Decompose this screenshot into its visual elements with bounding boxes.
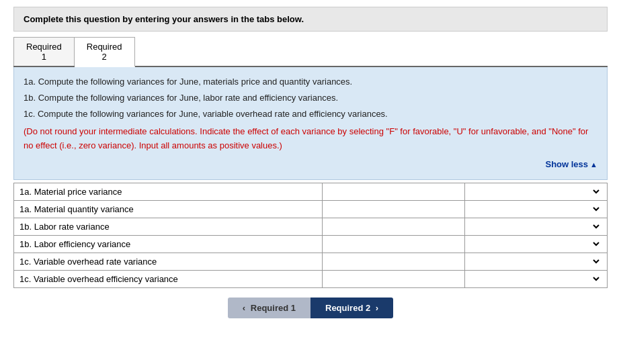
table-row: 1c. Variable overhead rate variance F U … [14,253,608,270]
show-less-button[interactable]: Show less ▲ [24,155,597,175]
input-cell-4[interactable] [323,235,465,253]
effect-select-1[interactable]: F U None [470,186,602,197]
prev-chevron-icon: ‹ [243,303,245,313]
next-button[interactable]: Required 2 › [310,298,393,318]
instruction-text: Complete this question by entering your … [24,14,304,24]
instruction-banner: Complete this question by entering your … [13,7,608,32]
effect-select-2[interactable]: F U None [470,203,602,215]
amount-input-3[interactable] [328,221,459,232]
input-cell-2[interactable] [323,200,465,218]
effect-select-4[interactable]: F U None [470,238,602,250]
amount-input-4[interactable] [328,238,459,250]
dropdown-cell-3[interactable]: F U None [465,218,608,235]
tab-required1-line2: 1 [42,52,46,62]
bottom-navigation: ‹ Required 1 Required 2 › [13,298,608,318]
page-wrapper: Complete this question by entering your … [0,0,621,364]
tab-required2[interactable]: Required 2 [75,37,135,67]
effect-select-6[interactable]: F U None [470,273,602,285]
dropdown-cell-2[interactable]: F U None [465,200,608,218]
tabs-row: Required 1 Required 2 [13,37,608,67]
prev-button-label: Required 1 [251,303,296,313]
amount-input-6[interactable] [328,273,459,285]
row-label-2: 1a. Material quantity variance [14,200,323,218]
row-label-5: 1c. Variable overhead rate variance [14,253,323,270]
row-label-6: 1c. Variable overhead efficiency varianc… [14,270,323,287]
show-less-label: Show less [545,159,588,169]
input-cell-3[interactable] [323,218,465,235]
tab-required1[interactable]: Required 1 [13,37,75,66]
dropdown-cell-1[interactable]: F U None [465,183,608,200]
description-box: 1a. Compute the following variances for … [13,67,608,180]
table-row: 1a. Material quantity variance F U None [14,200,608,218]
amount-input-2[interactable] [328,203,459,215]
desc-line3: 1c. Compute the following variances for … [24,107,597,121]
row-label-3: 1b. Labor rate variance [14,218,323,235]
tab-required2-line2: 2 [102,52,107,62]
amount-input-1[interactable] [328,186,459,197]
next-chevron-icon: › [376,303,378,313]
input-cell-6[interactable] [323,270,465,287]
table-row: 1a. Material price variance F U None [14,183,608,200]
show-less-arrow: ▲ [588,161,597,169]
effect-select-5[interactable]: F U None [470,256,602,267]
effect-select-3[interactable]: F U None [470,221,602,232]
input-cell-1[interactable] [323,183,465,200]
next-button-label: Required 2 [325,303,370,313]
row-label-4: 1b. Labor efficiency variance [14,235,323,253]
dropdown-cell-6[interactable]: F U None [465,270,608,287]
tab-required1-line1: Required [26,42,62,52]
desc-warning: (Do not round your intermediate calculat… [24,125,597,152]
row-label-1: 1a. Material price variance [14,183,323,200]
table-row: 1c. Variable overhead efficiency varianc… [14,270,608,287]
variance-table: 1a. Material price variance F U None 1a.… [13,183,608,288]
dropdown-cell-5[interactable]: F U None [465,253,608,270]
dropdown-cell-4[interactable]: F U None [465,235,608,253]
amount-input-5[interactable] [328,256,459,267]
desc-line1: 1a. Compute the following variances for … [24,75,597,89]
input-cell-5[interactable] [323,253,465,270]
table-row: 1b. Labor rate variance F U None [14,218,608,235]
desc-line2: 1b. Compute the following variances for … [24,91,597,105]
prev-button[interactable]: ‹ Required 1 [228,298,310,318]
table-row: 1b. Labor efficiency variance F U None [14,235,608,253]
tab-required2-line1: Required [87,42,122,52]
